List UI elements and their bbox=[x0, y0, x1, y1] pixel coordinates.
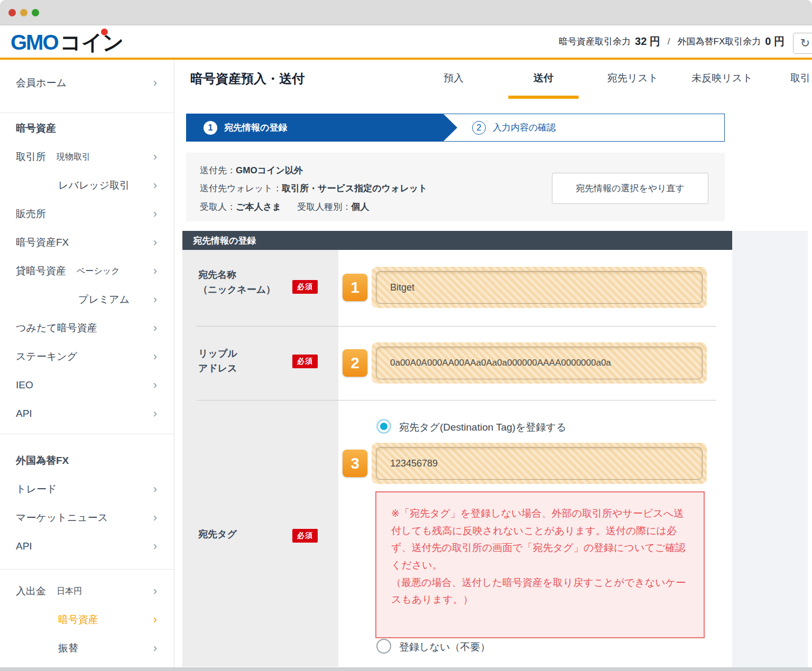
sidebar-item-member-home[interactable]: 会員ホーム › bbox=[0, 69, 174, 97]
sidebar-item-staking[interactable]: ステーキング › bbox=[0, 342, 174, 371]
row-separator bbox=[197, 400, 716, 400]
summary-recipient: 受取人：ご本人さま受取人種別：個人 bbox=[200, 201, 369, 213]
sidebar-item-deposit-withdraw-crypto[interactable]: 暗号資産 › bbox=[0, 605, 174, 634]
tab-history[interactable]: 取引 bbox=[790, 71, 810, 85]
nickname-input[interactable]: Bitget bbox=[376, 271, 703, 304]
row-separator bbox=[197, 326, 716, 327]
logo-gmo-text: GMO bbox=[11, 31, 58, 54]
sidebar-item-fx-api[interactable]: API › bbox=[0, 532, 174, 561]
sidebar-item-transfer[interactable]: 振替 › bbox=[0, 634, 174, 663]
sidebar-item-trade[interactable]: トレード › bbox=[0, 475, 174, 504]
fx-trading-power-value: 0 円 bbox=[765, 34, 785, 49]
chevron-right-icon: › bbox=[153, 584, 157, 598]
step-indicator: 1 宛先情報の登録 2 入力内容の確認 bbox=[186, 114, 725, 142]
sidebar-item-leverage-trading[interactable]: レバレッジ取引 › bbox=[0, 171, 174, 200]
refresh-icon: ↻ bbox=[800, 36, 810, 50]
annotation-badge-1: 1 bbox=[343, 274, 367, 301]
close-button[interactable] bbox=[8, 9, 16, 16]
balance-separator: / bbox=[668, 36, 670, 47]
chevron-right-icon: › bbox=[153, 76, 157, 90]
required-badge: 必須 bbox=[292, 529, 318, 543]
destination-tag-warning: ※「宛先タグ」を登録しない場合、外部の取引所やサービスへ送付しても残高に反映され… bbox=[375, 491, 705, 638]
fx-trading-power-label: 外国為替FX取引余力 bbox=[678, 35, 761, 48]
gmo-coin-logo[interactable]: GMO コイン bbox=[11, 30, 123, 55]
refresh-balance-button[interactable]: ↻ bbox=[793, 33, 812, 54]
sidebar-item-exchange-spot[interactable]: 取引所 現物取引 › bbox=[0, 143, 174, 171]
form-row-ripple-address: リップル アドレス 必須 2 0a00A0A000AA00AAa0Aa0a000… bbox=[182, 326, 732, 400]
input-cell-destination-tag: 宛先タグ(Destination Tag)を登録する 3 123456789 ※… bbox=[338, 400, 732, 667]
sidebar-item-tsumitate-crypto[interactable]: つみたて暗号資産 › bbox=[0, 314, 174, 342]
chevron-right-icon: › bbox=[153, 293, 157, 306]
input-cell-ripple-address: 2 0a00A0A000AA00AAa0Aa0a000000AAAA000000… bbox=[338, 326, 732, 400]
minimize-button[interactable] bbox=[20, 9, 27, 16]
summary-wallet: 送付先ウォレット：取引所・サービス指定のウォレット bbox=[200, 182, 428, 194]
nickname-input-wrap: Bitget bbox=[372, 267, 707, 308]
sidebar-item-crypto-fx[interactable]: 暗号資産FX › bbox=[0, 228, 174, 257]
logo-coin-wrap: コイン bbox=[60, 28, 124, 57]
sidebar-divider bbox=[0, 434, 174, 434]
sidebar-item-lending-premium[interactable]: プレミアム › bbox=[0, 285, 174, 314]
chevron-right-icon: › bbox=[153, 539, 157, 553]
chevron-right-icon: › bbox=[153, 207, 157, 221]
tab-address-list[interactable]: 宛先リスト bbox=[607, 71, 658, 85]
required-badge: 必須 bbox=[292, 280, 318, 294]
sidebar-divider bbox=[0, 569, 174, 570]
logo-coin-text: コイン bbox=[60, 31, 124, 54]
sidebar-section-crypto: 暗号資産 bbox=[0, 114, 174, 143]
tab-deposit[interactable]: 預入 bbox=[444, 71, 464, 85]
chevron-right-icon: › bbox=[153, 150, 157, 164]
label-cell-ripple-address: リップル アドレス 必須 bbox=[182, 326, 338, 400]
chevron-right-icon: › bbox=[153, 482, 157, 496]
step-2-label: 入力内容の確認 bbox=[493, 122, 556, 134]
chevron-right-icon: › bbox=[153, 378, 157, 392]
account-balance-summary: 暗号資産取引余力 32 円 / 外国為替FX取引余力 0 円 bbox=[559, 25, 785, 58]
destination-registration-form: 宛先情報の登録 宛先名称 （ニックネーム） 必須 1 Bitget bbox=[182, 231, 732, 667]
annotation-badge-2: 2 bbox=[343, 349, 367, 377]
logo-red-dot-icon bbox=[101, 29, 108, 35]
chevron-right-icon: › bbox=[153, 511, 157, 525]
sidebar-item-lending-basic[interactable]: 貸暗号資産 ベーシック › bbox=[0, 257, 174, 285]
label-cell-nickname: 宛先名称 （ニックネーム） 必須 bbox=[182, 250, 338, 326]
input-cell-nickname: 1 Bitget bbox=[338, 250, 732, 326]
browser-window: GMO コイン 暗号資産取引余力 32 円 / 外国為替FX取引余力 0 円 ↻… bbox=[0, 0, 812, 671]
main-content: 暗号資産預入・送付 預入 送付 宛先リスト 未反映リスト 取引 1 宛先情報の登… bbox=[174, 60, 812, 667]
radio-skip-destination-tag[interactable] bbox=[376, 639, 391, 654]
chevron-right-icon: › bbox=[153, 264, 157, 278]
destination-summary-box: 送付先：GMOコイン以外 送付先ウォレット：取引所・サービス指定のウォレット 受… bbox=[186, 153, 725, 221]
zoom-button[interactable] bbox=[32, 9, 39, 16]
destination-tag-label: 宛先タグ bbox=[198, 527, 237, 542]
destination-tag-input[interactable]: 123456789 bbox=[376, 447, 703, 480]
tab-pending-list[interactable]: 未反映リスト bbox=[691, 71, 752, 85]
label-cell-destination-tag: 宛先タグ 必須 bbox=[182, 400, 338, 667]
app-header: GMO コイン 暗号資産取引余力 32 円 / 外国為替FX取引余力 0 円 ↻ bbox=[0, 25, 812, 60]
sidebar-item-market-news[interactable]: マーケットニュース › bbox=[0, 504, 174, 532]
ripple-address-input[interactable]: 0a00A0A000AA00AAa0Aa0a000000AAAA0000000a… bbox=[376, 347, 703, 379]
required-badge: 必須 bbox=[292, 355, 318, 368]
sidebar-item-crypto-api[interactable]: API › bbox=[0, 399, 174, 428]
section-title-bar: 宛先情報の登録 bbox=[182, 231, 732, 250]
radio-register-label: 宛先タグ(Destination Tag)を登録する bbox=[399, 421, 567, 434]
sidebar-item-ieo[interactable]: IEO › bbox=[0, 371, 174, 399]
sidebar-item-deposit-withdraw-jpy[interactable]: 入出金 日本円 › bbox=[0, 577, 174, 605]
crypto-trading-power-value: 32 円 bbox=[635, 34, 660, 49]
chevron-right-icon: › bbox=[153, 350, 157, 364]
sidebar-nav: 会員ホーム › 暗号資産 取引所 現物取引 › レバレッジ取引 › 販売所 › … bbox=[0, 60, 174, 667]
step-2-confirm-input: 2 入力内容の確認 bbox=[472, 114, 556, 141]
chevron-right-icon: › bbox=[153, 407, 157, 421]
right-background-rail bbox=[732, 231, 808, 667]
step-2-number: 2 bbox=[472, 121, 486, 135]
tab-send[interactable]: 送付 bbox=[533, 71, 553, 85]
radio-register-destination-tag[interactable] bbox=[376, 419, 391, 434]
step-1-register-destination: 1 宛先情報の登録 bbox=[187, 114, 457, 141]
sidebar-item-sales-office[interactable]: 販売所 › bbox=[0, 200, 174, 228]
chevron-right-icon: › bbox=[153, 236, 157, 249]
redo-selection-button[interactable]: 宛先情報の選択をやり直す bbox=[552, 173, 708, 204]
form-row-destination-tag: 宛先タグ 必須 宛先タグ(Destination Tag)を登録する 3 123… bbox=[182, 400, 732, 667]
window-titlebar bbox=[0, 0, 812, 25]
chevron-right-icon: › bbox=[153, 179, 157, 192]
crypto-trading-power-label: 暗号資産取引余力 bbox=[559, 35, 631, 48]
step-1-label: 宛先情報の登録 bbox=[224, 122, 287, 134]
step-1-number: 1 bbox=[204, 121, 217, 135]
sidebar-section-forex-fx: 外国為替FX bbox=[0, 446, 174, 475]
radio-skip-label: 登録しない（不要） bbox=[399, 640, 490, 654]
